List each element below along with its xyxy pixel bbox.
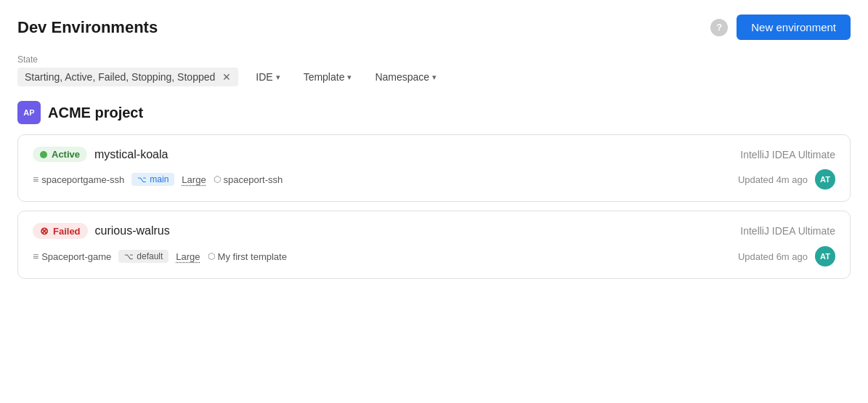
page-header: Dev Environments ? New environment xyxy=(17,15,851,40)
namespace-filter-chevron: ▾ xyxy=(432,73,437,82)
env-repo-1: ≡ Spaceport-game xyxy=(33,251,111,262)
env-card-1: ⊗ Failed curious-walrus IntelliJ IDEA Ul… xyxy=(17,211,851,279)
failed-icon-1: ⊗ xyxy=(40,225,49,237)
ide-filter-chevron: ▾ xyxy=(276,73,280,82)
env-row-bottom-1: ≡ Spaceport-game ⌥ default Large ⬡ My fi… xyxy=(33,246,835,266)
user-avatar-0: AT xyxy=(815,169,835,190)
size-badge-1: Large xyxy=(176,251,200,262)
branch-badge-0: ⌥ main xyxy=(131,173,174,186)
env-row-bottom-0: ≡ spaceportgame-ssh ⌥ main Large ⬡ space… xyxy=(33,169,835,190)
status-text-1: Failed xyxy=(53,226,81,237)
page-title: Dev Environments xyxy=(17,18,158,37)
branch-name-1: default xyxy=(137,251,163,261)
env-right-bottom-1: Updated 6m ago AT xyxy=(738,246,835,266)
branch-badge-1: ⌥ default xyxy=(118,250,169,263)
git-icon-1: ⌥ xyxy=(124,252,134,261)
branch-name-0: main xyxy=(150,174,169,184)
new-environment-button[interactable]: New environment xyxy=(737,15,851,40)
namespace-info-0: ⬡ spaceport-ssh xyxy=(214,174,283,185)
filter-section: State Starting, Active, Failed, Stopping… xyxy=(17,54,851,86)
namespace-info-1: ⬡ My first template xyxy=(208,251,287,262)
env-right-bottom-0: Updated 4m ago AT xyxy=(738,169,835,190)
active-dot-0 xyxy=(40,151,47,158)
project-avatar: AP xyxy=(17,101,41,124)
repo-name-0[interactable]: spaceportgame-ssh xyxy=(41,174,124,185)
updated-text-0: Updated 4m ago xyxy=(738,174,808,185)
updated-text-1: Updated 6m ago xyxy=(738,251,808,262)
ide-filter-dropdown[interactable]: IDE ▾ xyxy=(250,68,285,86)
env-left-bottom-0: ≡ spaceportgame-ssh ⌥ main Large ⬡ space… xyxy=(33,173,283,186)
env-repo-0: ≡ spaceportgame-ssh xyxy=(33,174,124,185)
env-ide-0: IntelliJ IDEA Ultimate xyxy=(740,149,835,160)
filter-state-label: State xyxy=(17,54,851,65)
hex-icon-1: ⬡ xyxy=(208,251,215,261)
ide-filter-label: IDE xyxy=(256,71,272,83)
project-group: AP ACME project Active mystical-koala In… xyxy=(17,101,851,279)
template-filter-dropdown[interactable]: Template ▾ xyxy=(298,68,358,86)
size-badge-0: Large xyxy=(182,174,206,185)
hex-icon-0: ⬡ xyxy=(214,174,221,184)
env-left-top-0: Active mystical-koala xyxy=(33,147,168,162)
env-name-1[interactable]: curious-walrus xyxy=(95,224,170,237)
filter-row: Starting, Active, Failed, Stopping, Stop… xyxy=(17,68,851,86)
repo-name-1[interactable]: Spaceport-game xyxy=(41,251,111,262)
env-row-top-0: Active mystical-koala IntelliJ IDEA Ulti… xyxy=(33,147,835,162)
state-filter-text: Starting, Active, Failed, Stopping, Stop… xyxy=(25,71,215,83)
env-left-top-1: ⊗ Failed curious-walrus xyxy=(33,223,170,239)
env-card-0: Active mystical-koala IntelliJ IDEA Ulti… xyxy=(17,134,851,202)
git-icon-0: ⌥ xyxy=(137,175,147,184)
user-avatar-1: AT xyxy=(815,246,835,266)
status-badge-0: Active xyxy=(33,147,87,162)
status-badge-1: ⊗ Failed xyxy=(33,223,88,239)
template-filter-chevron: ▾ xyxy=(347,73,352,82)
env-ide-1: IntelliJ IDEA Ultimate xyxy=(740,225,835,237)
env-row-top-1: ⊗ Failed curious-walrus IntelliJ IDEA Ul… xyxy=(33,223,835,239)
namespace-filter-label: Namespace xyxy=(375,71,429,83)
repo-icon-0: ≡ xyxy=(33,174,38,185)
namespace-filter-dropdown[interactable]: Namespace ▾ xyxy=(369,68,442,86)
status-text-0: Active xyxy=(52,149,80,160)
help-icon[interactable]: ? xyxy=(710,19,728,36)
namespace-text-0: spaceport-ssh xyxy=(224,174,283,185)
project-name: ACME project xyxy=(48,105,143,121)
env-left-bottom-1: ≡ Spaceport-game ⌥ default Large ⬡ My fi… xyxy=(33,250,287,263)
state-filter-close[interactable]: ✕ xyxy=(222,71,231,83)
project-header: AP ACME project xyxy=(17,101,851,124)
namespace-text-1: My first template xyxy=(218,251,287,262)
header-actions: ? New environment xyxy=(710,15,851,40)
template-filter-label: Template xyxy=(304,71,345,83)
repo-icon-1: ≡ xyxy=(33,251,38,262)
env-name-0[interactable]: mystical-koala xyxy=(94,148,168,161)
state-filter-chip[interactable]: Starting, Active, Failed, Stopping, Stop… xyxy=(17,68,238,86)
